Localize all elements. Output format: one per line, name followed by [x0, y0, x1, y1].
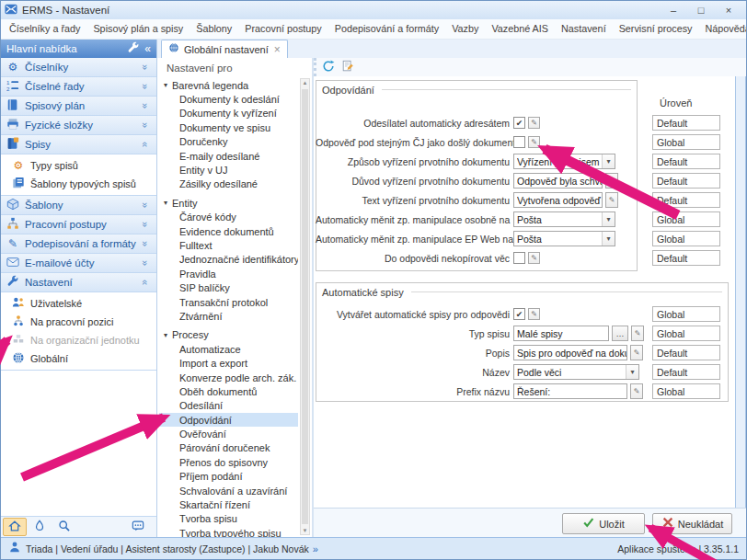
chevron-up-icon[interactable]: «	[140, 277, 151, 288]
combo-input[interactable]: Pošta▾	[513, 211, 615, 227]
tree-node-konverze-podle-arch-zak[interactable]: Konverze podle arch. zák.	[159, 371, 298, 384]
menu-item-pracovni-postupy[interactable]: Pracovní postupy	[238, 19, 328, 39]
scroll-down-icon[interactable]: ▼	[301, 528, 309, 533]
tree-node-parovani-dorucenek[interactable]: Párování doručenek	[159, 441, 298, 455]
discard-button[interactable]: Neukládat	[652, 513, 732, 534]
menu-item-vazby[interactable]: Vazby	[445, 19, 485, 39]
edit-pen-button[interactable]: ✎	[631, 326, 644, 341]
tree-node-prenos-do-spisovny[interactable]: Přenos do spisovny	[159, 455, 298, 469]
save-button[interactable]: Uložit	[562, 513, 645, 534]
checkbox[interactable]	[513, 252, 525, 264]
text-input[interactable]: Malé spisy	[513, 326, 609, 341]
customize-wrench-icon[interactable]	[127, 41, 140, 57]
menu-item-ciselniky-a-rady[interactable]: Číselníky a řady	[3, 19, 86, 39]
tree-node-tvorba-spisu[interactable]: Tvorba spisu	[159, 512, 298, 526]
edit-pen-button[interactable]: ✎	[630, 383, 643, 399]
chevron-down-icon[interactable]: »	[140, 257, 151, 269]
dropdown-arrow-icon[interactable]: ▾	[602, 212, 615, 226]
edit-pen-button[interactable]: ✎	[605, 173, 618, 189]
scroll-up-icon[interactable]: ▲	[301, 80, 309, 86]
tree-node-carove-kody[interactable]: Čárové kódy	[159, 211, 298, 224]
tree-node-procesy[interactable]: ▾Procesy	[159, 328, 298, 342]
text-input[interactable]: Řešení:	[513, 383, 627, 399]
menu-item-vazebne-ais[interactable]: Vazebné AIS	[485, 19, 555, 39]
sidebar-item-na-pracovni-pozici[interactable]: Na pracovní pozici	[1, 313, 156, 331]
tree-expand-icon[interactable]: ▾	[159, 81, 172, 89]
sidebar-group-ciselniky[interactable]: ⚙Číselníky»	[1, 58, 156, 77]
chevron-down-icon[interactable]: »	[140, 200, 151, 211]
sidebar-group-nastaveni[interactable]: Nastavení«	[1, 273, 156, 292]
edit-pen-button[interactable]: ✎	[528, 252, 540, 264]
tree-node-skartacni-rizeni[interactable]: Skartační řízení	[159, 497, 298, 511]
menu-item-nastaveni[interactable]: Nastavení	[555, 19, 613, 39]
tree-node-e-maily-odesilane[interactable]: E-maily odesílané	[159, 149, 298, 163]
text-input[interactable]: Odpověď byla schválena	[513, 173, 603, 189]
combo-input[interactable]: Vyřízení prvopisem▾	[513, 154, 615, 169]
tree-node-odesilani[interactable]: Odesílání	[159, 399, 298, 413]
chevron-down-icon[interactable]: »	[140, 100, 151, 111]
tree-node-dokumenty-k-vyrizeni[interactable]: Dokumenty k vyřízení	[159, 107, 298, 120]
chevron-down-icon[interactable]: »	[140, 81, 151, 92]
tree-node-fulltext[interactable]: Fulltext	[159, 238, 298, 252]
sidebar-item-na-organizacni-jednotku[interactable]: Na organizační jednotku	[1, 331, 156, 349]
sidebar-collapse-button[interactable]: «	[144, 42, 151, 55]
footer-chat-button[interactable]	[126, 518, 150, 536]
menu-item-spisovy-plan-a-spisy[interactable]: Spisový plán a spisy	[86, 19, 190, 39]
tree-node-obeh-dokumentu[interactable]: Oběh dokumentů	[159, 384, 298, 398]
tree-node-entity[interactable]: ▾Entity	[159, 196, 298, 210]
tree-expand-icon[interactable]: ▾	[159, 331, 172, 339]
footer-search-button[interactable]	[52, 518, 76, 536]
refresh-icon[interactable]	[322, 60, 335, 75]
sidebar-group-podepisovani-a-formaty[interactable]: ✎Podepisování a formáty»	[1, 234, 156, 254]
sidebar-group-fyzicke-slozky[interactable]: Fyzické složky»	[1, 116, 156, 135]
tree-node-prijem-podani[interactable]: Příjem podání	[159, 470, 298, 484]
tab-globalni-nastaveni[interactable]: Globální nastavení ×	[161, 40, 288, 58]
tree-node-dorucenky[interactable]: Doručenky	[159, 135, 298, 149]
tree-node-ztvarneni[interactable]: Ztvárnění	[159, 309, 298, 323]
text-input[interactable]: Vytvořena odpověď	[513, 192, 603, 208]
dropdown-arrow-icon[interactable]: ▾	[626, 365, 638, 379]
edit-settings-icon[interactable]	[341, 60, 354, 75]
tree-node-import-a-export[interactable]: Import a export	[159, 356, 298, 370]
edit-pen-button[interactable]: ✎	[528, 136, 540, 148]
tree-node-schvalovani-a-uzavirani[interactable]: Schvalování a uzavírání	[159, 484, 298, 497]
close-button[interactable]: ×	[715, 1, 742, 19]
dropdown-arrow-icon[interactable]: ▾	[602, 232, 615, 246]
tree-expand-icon[interactable]: ▾	[159, 199, 172, 207]
tree-node-dokumenty-ve-spisu[interactable]: Dokumenty ve spisu	[159, 120, 298, 134]
chevron-down-icon[interactable]: »	[140, 219, 151, 230]
tree-node-sip-balicky[interactable]: SIP balíčky	[159, 280, 298, 294]
combo-input[interactable]: Pošta▾	[513, 231, 615, 246]
tree-node-odpovidani[interactable]: Odpovídání	[159, 413, 298, 427]
status-chevron-icon[interactable]: »	[313, 543, 318, 554]
scroll-thumb[interactable]	[302, 89, 308, 524]
chevron-down-icon[interactable]: »	[140, 62, 151, 73]
edit-pen-button[interactable]: ✎	[605, 192, 618, 208]
tree-node-evidence-dokumentu[interactable]: Evidence dokumentů	[159, 224, 298, 238]
combo-input[interactable]: Podle věci▾	[513, 364, 639, 380]
chevron-up-icon[interactable]: «	[140, 139, 151, 150]
sidebar-item-typy-spisu[interactable]: ⚙Typy spisů	[1, 156, 156, 175]
tree-node-dokumenty-k-odeslani[interactable]: Dokumenty k odeslání	[159, 92, 298, 106]
tree-node-tvorba-typoveho-spisu[interactable]: Tvorba typového spisu	[159, 526, 298, 537]
tree-node-transakcni-protokol[interactable]: Transakční protokol	[159, 295, 298, 309]
sidebar-group-ciselne-rady[interactable]: 12Číselné řady»	[1, 77, 156, 97]
chevron-down-icon[interactable]: »	[140, 120, 151, 131]
lookup-ellipsis-button[interactable]: …	[612, 326, 628, 341]
tree-node-automatizace[interactable]: Automatizace	[159, 342, 298, 356]
panel-scrollbar[interactable]	[735, 76, 746, 508]
tree-node-overovani[interactable]: Ověřování	[159, 427, 298, 440]
sidebar-group-sablony[interactable]: Šablony»	[1, 196, 156, 215]
menu-item-sablony[interactable]: Šablony	[190, 19, 238, 39]
sidebar-group-spisy[interactable]: Spisy«	[1, 135, 156, 154]
checkbox[interactable]: ✔	[513, 117, 525, 129]
tree-node-pravidla[interactable]: Pravidla	[159, 267, 298, 280]
tree-node-jednoznacne-identifikatory[interactable]: Jednoznačné identifikátory	[159, 253, 298, 267]
sidebar-group-e-mailove-ucty[interactable]: E-mailové účty»	[1, 254, 156, 273]
footer-home-button[interactable]	[3, 518, 27, 536]
menu-item-podepisovani-a-formaty[interactable]: Podepisování a formáty	[328, 19, 445, 39]
minimize-button[interactable]: –	[660, 1, 687, 19]
text-input[interactable]: Spis pro odpověď na dokument	[513, 345, 627, 360]
tab-close-icon[interactable]: ×	[274, 43, 281, 56]
sidebar-item-uzivatelske[interactable]: Uživatelské	[1, 294, 156, 313]
